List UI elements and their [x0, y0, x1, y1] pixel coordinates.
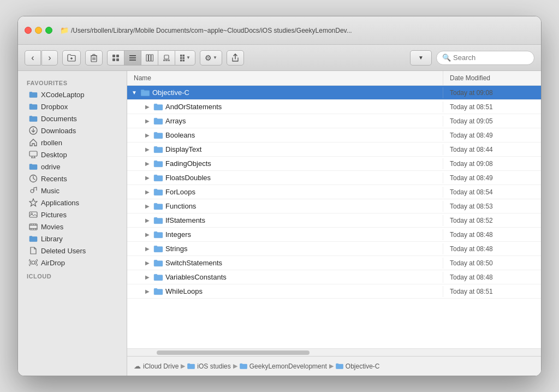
sidebar-item-odrive[interactable]: odrive	[20, 161, 124, 173]
sidebar-label: rbollen	[41, 139, 62, 147]
file-name: SwitchStatements	[165, 259, 222, 267]
view-icons-button[interactable]	[107, 50, 124, 66]
sidebar-item-library[interactable]: Library	[20, 233, 124, 245]
folder-icon	[153, 188, 163, 196]
sidebar-item-downloads[interactable]: Downloads	[20, 124, 124, 136]
table-row[interactable]: ▶ Functions Today at 08:53	[127, 199, 541, 213]
minimize-button[interactable]	[35, 27, 42, 34]
sidebar-item-deleted-users[interactable]: Deleted Users	[20, 245, 124, 257]
expand-arrow[interactable]: ▶	[144, 203, 151, 209]
expand-arrow[interactable]: ▶	[144, 161, 151, 167]
traffic-lights	[25, 27, 52, 34]
expand-arrow[interactable]: ▶	[144, 104, 151, 110]
maximize-button[interactable]	[45, 27, 52, 34]
sidebar-item-airdrop[interactable]: AirDrop	[20, 257, 124, 269]
titlebar: 📁 /Users/rbollen/Library/Mobile Document…	[18, 16, 541, 45]
expand-arrow[interactable]: ▶	[144, 217, 151, 223]
horizontal-scrollbar[interactable]	[127, 348, 541, 356]
new-folder-button[interactable]	[62, 50, 81, 66]
view-list-button[interactable]	[124, 50, 141, 66]
svg-rect-29	[29, 151, 37, 156]
breadcrumb-ios-studies[interactable]: iOS studies	[197, 363, 230, 370]
sidebar-item-dropbox[interactable]: Dropbox	[20, 100, 124, 112]
view-cover-button[interactable]	[158, 50, 175, 66]
table-row[interactable]: ▶ Arrays Today at 09:05	[127, 114, 541, 128]
view-grid-button[interactable]: ▼	[175, 50, 195, 66]
breadcrumb-objective-c[interactable]: Objective-C	[346, 363, 380, 370]
sidebar-item-desktop[interactable]: Desktop	[20, 149, 124, 161]
file-name: AndOrStatements	[165, 103, 222, 111]
breadcrumb-geekylemon[interactable]: GeekyLemonDevelopment	[249, 363, 327, 370]
file-name: Booleans	[165, 131, 195, 139]
expand-arrow[interactable]: ▶	[144, 118, 151, 124]
folder-icon	[29, 90, 38, 99]
svg-rect-26	[183, 60, 185, 62]
sidebar-item-xcodelaptop[interactable]: XCodeLaptop	[20, 88, 124, 100]
delete-button[interactable]	[85, 50, 103, 66]
table-row[interactable]: ▶ WhileLoops Today at 08:51	[127, 284, 541, 299]
expand-arrow[interactable]: ▼	[130, 90, 138, 96]
table-row[interactable]: ▶ FloatsDoubles Today at 08:49	[127, 171, 541, 185]
file-date: Today at 09:08	[443, 158, 541, 169]
expand-arrow[interactable]: ▶	[144, 231, 151, 237]
action-button[interactable]: ⚙ ▼	[200, 50, 222, 66]
expand-arrow[interactable]: ▶	[144, 246, 151, 252]
expand-arrow[interactable]: ▶	[144, 175, 151, 181]
table-row[interactable]: ▶ FadingObjects Today at 09:08	[127, 157, 541, 171]
file-date: Today at 09:05	[443, 116, 541, 127]
share-button[interactable]	[227, 50, 244, 66]
search-input[interactable]	[453, 54, 528, 62]
action-dropdown-icon: ▼	[213, 55, 217, 60]
expand-arrow[interactable]: ▶	[144, 288, 151, 294]
search-icon: 🔍	[442, 54, 451, 62]
sidebar-item-pictures[interactable]: Pictures	[20, 209, 124, 221]
table-row[interactable]: ▶ Strings Today at 08:48	[127, 242, 541, 256]
table-row[interactable]: ▶ AndOrStatements Today at 08:51	[127, 100, 541, 114]
search-box[interactable]: 🔍	[436, 51, 534, 65]
file-list: ▼ Objective-C Today at 09:08 ▶	[127, 86, 541, 348]
close-button[interactable]	[25, 27, 32, 34]
file-date: Today at 08:52	[443, 215, 541, 226]
table-row[interactable]: ▶ IfStatements Today at 08:52	[127, 213, 541, 228]
svg-rect-9	[112, 58, 115, 61]
table-row[interactable]: ▶ SwitchStatements Today at 08:50	[127, 256, 541, 270]
folder-icon	[153, 132, 163, 139]
expand-arrow[interactable]: ▶	[144, 274, 151, 280]
sidebar-item-music[interactable]: Music	[20, 185, 124, 197]
forward-icon: ›	[48, 53, 51, 63]
file-name: IfStatements	[165, 216, 205, 224]
back-button[interactable]: ‹	[25, 50, 41, 66]
sidebar-label: Movies	[41, 223, 63, 231]
sidebar-label: Documents	[41, 115, 77, 123]
sidebar-item-recents[interactable]: Recents	[20, 173, 124, 185]
gear-icon: ⚙	[205, 54, 212, 62]
cloud-icon: ☁	[134, 362, 141, 370]
svg-rect-22	[183, 55, 185, 57]
expand-arrow[interactable]: ▶	[144, 146, 151, 152]
table-row[interactable]: ▼ Objective-C Today at 09:08	[127, 86, 541, 100]
table-row[interactable]: ▶ DisplayText Today at 08:44	[127, 142, 541, 157]
forward-button[interactable]: ›	[41, 50, 58, 66]
movies-icon	[29, 222, 38, 231]
sidebar-label: Recents	[41, 175, 67, 183]
sidebar-item-applications[interactable]: Applications	[20, 197, 124, 209]
toolbar: ‹ ›	[18, 45, 541, 71]
breadcrumb-folder-icon	[336, 363, 343, 369]
expand-arrow[interactable]: ▶	[144, 132, 151, 138]
sidebar-label: Downloads	[41, 127, 76, 135]
sidebar-label: Music	[41, 187, 60, 195]
table-row[interactable]: ▶ ForLoops Today at 08:54	[127, 185, 541, 199]
sidebar-item-rbollen[interactable]: rbollen	[20, 136, 124, 149]
arrange-dropdown-button[interactable]: ▼	[410, 50, 432, 66]
view-columns-button[interactable]	[141, 50, 158, 66]
file-header: Name Date Modified	[127, 71, 541, 86]
table-row[interactable]: ▶ Booleans Today at 08:49	[127, 128, 541, 142]
table-row[interactable]: ▶ Integers Today at 08:48	[127, 228, 541, 242]
table-row[interactable]: ▶ VariablesConstants Today at 08:48	[127, 270, 541, 284]
sidebar-item-documents[interactable]: Documents	[20, 112, 124, 124]
scroll-thumb[interactable]	[157, 351, 310, 355]
expand-arrow[interactable]: ▶	[144, 189, 151, 195]
sidebar-item-movies[interactable]: Movies	[20, 221, 124, 233]
expand-arrow[interactable]: ▶	[144, 260, 151, 266]
breadcrumb-icloud-drive[interactable]: iCloud Drive	[143, 363, 179, 370]
